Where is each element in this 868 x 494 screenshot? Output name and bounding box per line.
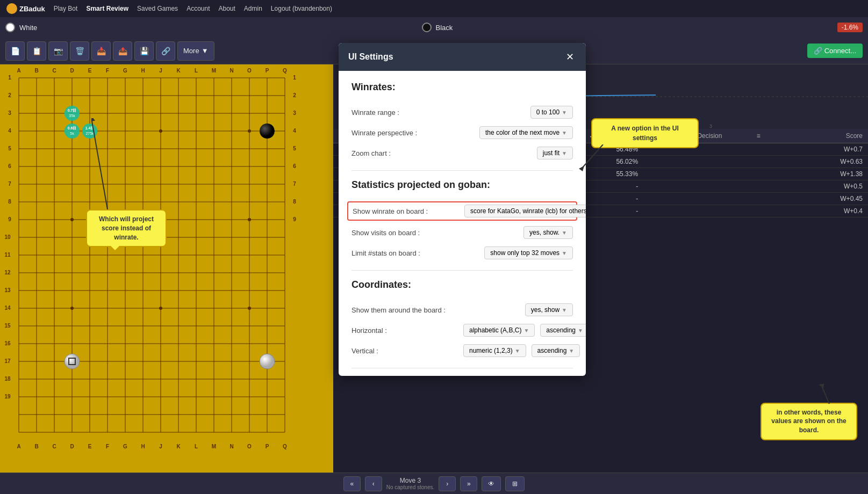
table-annotation-text: in other words, these values are shown o… <box>771 409 846 434</box>
modal-body: Winrates: Winrate range : 0 to 100 ▼ Win… <box>339 71 586 376</box>
section-divider-1 <box>351 170 573 171</box>
vertical-row: Vertical : numeric (1,2,3) ▼ ascending ▼ <box>351 344 573 357</box>
nav-logout[interactable]: Logout (bvandenbon) <box>271 5 332 12</box>
toolbar-more-btn[interactable]: More ▼ <box>177 41 214 61</box>
nav-last-btn[interactable]: » <box>460 476 477 491</box>
table-annotation-bubble: in other words, these values are shown o… <box>761 403 857 440</box>
nav-admin[interactable]: Admin <box>244 5 262 12</box>
zoom-chart-control: just fit ▼ <box>463 147 573 159</box>
svg-text:J: J <box>159 68 162 74</box>
row6-score: W+0.4 <box>638 207 863 215</box>
svg-text:O: O <box>247 444 252 449</box>
chevron-icon-5: ▼ <box>562 230 567 236</box>
brand: ZBaduk <box>6 3 45 14</box>
horizontal-order-select[interactable]: ascending ▼ <box>540 324 586 337</box>
vertical-label: Vertical : <box>351 347 459 355</box>
score-badge: -1.6% <box>837 23 863 32</box>
player-bar: White Black -1.6% <box>0 17 868 38</box>
winrate-range-row: Winrate range : 0 to 100 ▼ <box>351 106 573 119</box>
winrate-range-select[interactable]: 0 to 100 ▼ <box>530 106 573 119</box>
toolbar-download-btn[interactable]: 📥 <box>91 41 111 61</box>
svg-text:N: N <box>229 68 233 74</box>
svg-text:5: 5 <box>8 146 11 151</box>
svg-point-109 <box>64 354 80 369</box>
chevron-icon-11: ▼ <box>569 348 574 354</box>
svg-point-104 <box>248 218 251 221</box>
svg-text:F: F <box>106 68 109 74</box>
limit-stats-select[interactable]: show only top 32 moves ▼ <box>484 246 573 259</box>
toolbar-screenshot-btn[interactable]: 📷 <box>48 41 68 61</box>
new-option-annotation-bubble: A new option in the UI settings <box>591 118 699 148</box>
connect-icon: 🔗 <box>814 47 822 55</box>
ui-settings-modal: UI Settings ✕ Winrates: Winrate range : … <box>339 43 586 376</box>
table-arrow <box>819 382 840 406</box>
board-annotation-bubble: Which will project score instead of winr… <box>86 209 167 247</box>
show-coords-select[interactable]: yes, show ▼ <box>525 303 573 316</box>
vertical-order-value: ascending <box>537 347 567 354</box>
chevron-icon-3: ▼ <box>562 150 567 156</box>
board-annotation-text: Which will project score instead of winr… <box>99 215 154 241</box>
svg-text:C: C <box>52 68 56 74</box>
show-visits-label: Show visits on board : <box>351 229 459 237</box>
svg-text:N: N <box>229 444 233 449</box>
vertical-type-select[interactable]: numeric (1,2,3) ▼ <box>463 344 526 357</box>
horizontal-type-select[interactable]: alphabetic (A,B,C) ▼ <box>463 324 535 337</box>
toolbar-delete-btn[interactable]: 🗑️ <box>70 41 89 61</box>
nav-board-btn[interactable]: ⊞ <box>505 476 525 491</box>
svg-text:C: C <box>52 444 56 449</box>
row3-score: W+1.38 <box>638 170 863 178</box>
toolbar-link-btn[interactable]: 🔗 <box>156 41 175 61</box>
winrate-perspective-select[interactable]: the color of the next move ▼ <box>479 126 573 139</box>
horizontal-row: Horizontal : alphabetic (A,B,C) ▼ ascend… <box>351 324 573 337</box>
svg-text:D: D <box>70 68 74 74</box>
svg-point-103 <box>70 218 74 221</box>
svg-text:F: F <box>106 444 109 449</box>
svg-text:3: 3 <box>8 110 11 116</box>
show-visits-row: Show visits on board : yes, show. ▼ <box>351 226 573 239</box>
svg-text:0.7目: 0.7目 <box>68 108 77 112</box>
svg-point-106 <box>159 307 162 310</box>
svg-text:5k: 5k <box>70 132 74 135</box>
black-stone-indicator <box>422 23 432 32</box>
logo-icon <box>6 3 17 14</box>
modal-header: UI Settings ✕ <box>339 43 586 71</box>
svg-text:3: 3 <box>293 110 296 116</box>
captured-stones: No captured stones. <box>386 484 435 490</box>
nav-account[interactable]: Account <box>186 5 210 12</box>
svg-text:D: D <box>70 444 74 449</box>
winrate-range-label: Winrate range : <box>351 108 459 117</box>
show-winrate-select[interactable]: score for KataGo, winrate (lcb) for othe… <box>464 205 586 217</box>
toolbar-save-btn[interactable]: 💾 <box>134 41 154 61</box>
nav-about[interactable]: About <box>218 5 235 12</box>
show-coords-value: yes, show <box>531 306 559 314</box>
winrate-perspective-row: Winrate perspective : the color of the n… <box>351 126 573 139</box>
nav-eye-btn[interactable]: 👁 <box>482 476 501 491</box>
nav-prev-btn[interactable]: ‹ <box>365 476 382 491</box>
modal-close-btn[interactable]: ✕ <box>563 50 576 63</box>
section-divider-2 <box>351 270 573 271</box>
nav-first-btn[interactable]: « <box>343 476 361 491</box>
svg-text:J: J <box>159 444 162 449</box>
vertical-order-select[interactable]: ascending ▼ <box>532 344 580 357</box>
toolbar-new-btn[interactable]: 📄 <box>5 41 25 61</box>
connect-button[interactable]: 🔗 Connect... <box>807 43 863 58</box>
nav-saved-games[interactable]: Saved Games <box>137 5 178 12</box>
svg-text:5: 5 <box>293 146 296 151</box>
svg-text:2: 2 <box>293 92 296 98</box>
goban-container: A B C D E F G H J K L M N O P Q A B C D … <box>0 64 333 473</box>
winrate-range-value: 0 to 100 <box>536 108 559 116</box>
coordinates-section-title: Coordinates: <box>351 279 573 295</box>
nav-next-btn[interactable]: › <box>439 476 456 491</box>
toolbar-upload-btn[interactable]: 📤 <box>113 41 132 61</box>
more-label: More <box>183 47 199 55</box>
svg-rect-0 <box>0 64 333 451</box>
nav-smart-review[interactable]: Smart Review <box>86 5 128 12</box>
show-visits-select[interactable]: yes, show. ▼ <box>523 226 573 239</box>
svg-text:B: B <box>34 444 38 449</box>
svg-text:K: K <box>176 68 181 74</box>
zoom-chart-select[interactable]: just fit ▼ <box>537 147 573 159</box>
winrate-range-control: 0 to 100 ▼ <box>463 106 573 119</box>
nav-play-bot[interactable]: Play Bot <box>54 5 78 12</box>
chevron-icon-6: ▼ <box>562 250 567 256</box>
toolbar-copy-btn[interactable]: 📋 <box>27 41 46 61</box>
